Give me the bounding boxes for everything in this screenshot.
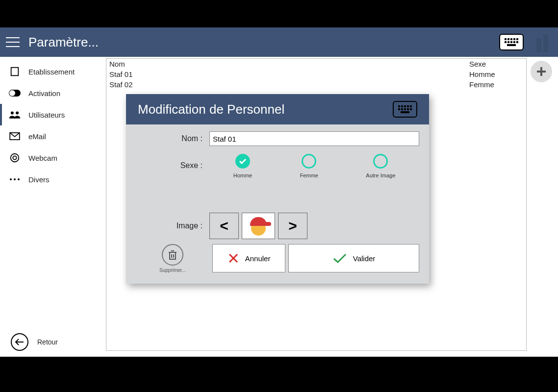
sexe-label: Sexe : <box>136 161 209 170</box>
sidebar-item-divers[interactable]: Divers <box>0 169 103 190</box>
sex-option-autre[interactable]: Autre Image <box>366 154 395 178</box>
table-header: Nom Sexe <box>106 59 526 69</box>
target-icon <box>9 152 21 164</box>
keyboard-icon[interactable] <box>393 101 417 118</box>
trash-icon <box>168 250 177 260</box>
back-label: Retour <box>37 338 58 346</box>
sidebar-item-label: Utilisateurs <box>28 111 65 119</box>
table-row[interactable]: Staf 02 Femme <box>106 79 526 90</box>
back-arrow-icon <box>11 333 28 351</box>
top-black-bar <box>0 0 558 27</box>
sidebar: Etablissement Activation Utilisateurs eM… <box>0 57 103 357</box>
add-button[interactable] <box>531 61 552 82</box>
image-label: Image : <box>136 221 209 230</box>
radio-unchecked-icon <box>302 154 316 169</box>
cancel-button[interactable]: Annuler <box>212 244 285 272</box>
avatar-preview <box>242 213 275 239</box>
app-header: Paramètre... <box>0 27 558 57</box>
users-icon <box>9 109 21 121</box>
radio-unchecked-icon <box>373 154 388 169</box>
sidebar-item-webcam[interactable]: Webcam <box>0 147 103 169</box>
svg-point-17 <box>18 178 20 180</box>
main-area: Nom Sexe Staf 01 Homme Staf 02 Femme Mod… <box>103 57 558 357</box>
cell-sexe: Femme <box>469 80 523 89</box>
edit-personnel-modal: Modification de Personnel Nom : Sexe : <box>126 94 429 284</box>
cell-nom: Staf 02 <box>109 80 469 89</box>
sidebar-item-label: Activation <box>28 89 60 98</box>
nom-row: Nom : <box>136 131 419 146</box>
svg-point-11 <box>16 112 19 115</box>
modal-header: Modification de Personnel <box>126 94 429 124</box>
svg-point-16 <box>14 178 16 180</box>
users-table: Nom Sexe Staf 01 Homme Staf 02 Femme <box>106 59 526 90</box>
sex-option-femme[interactable]: Femme <box>300 154 318 178</box>
svg-rect-0 <box>11 68 19 76</box>
prev-image-button[interactable]: < <box>209 213 239 239</box>
sidebar-item-email[interactable]: eMail <box>0 125 103 147</box>
svg-rect-19 <box>170 252 176 259</box>
keyboard-icon[interactable] <box>499 34 524 50</box>
next-image-button[interactable]: > <box>278 213 307 239</box>
validate-label: Valider <box>353 254 376 263</box>
nom-label: Nom : <box>136 134 209 143</box>
sex-option-label: Homme <box>233 172 253 178</box>
toggle-icon <box>9 87 21 99</box>
svg-point-13 <box>11 154 19 162</box>
sidebar-item-label: Divers <box>28 175 50 184</box>
sidebar-item-activation[interactable]: Activation <box>0 82 103 104</box>
validate-button[interactable]: Valider <box>288 244 419 272</box>
sidebar-item-etablissement[interactable]: Etablissement <box>0 61 103 82</box>
delete-label: Supprimer... <box>159 268 186 273</box>
x-icon <box>228 252 239 264</box>
col-header-sexe: Sexe <box>469 60 523 68</box>
cell-nom: Staf 01 <box>109 70 469 78</box>
mail-icon <box>9 130 21 142</box>
bottom-black-bar <box>0 357 558 392</box>
svg-point-14 <box>13 156 16 159</box>
sidebar-item-label: Etablissement <box>28 68 75 76</box>
svg-point-15 <box>10 178 12 180</box>
modal-title: Modification de Personnel <box>138 102 393 117</box>
sidebar-item-label: eMail <box>28 132 46 141</box>
delete-button[interactable] <box>162 244 183 266</box>
app-logo <box>533 32 552 52</box>
sexe-row: Sexe : Homme Femme <box>136 153 419 178</box>
avatar-icon <box>249 216 268 236</box>
cell-sexe: Homme <box>469 70 523 78</box>
back-button[interactable]: Retour <box>0 327 103 357</box>
plus-icon <box>535 66 547 77</box>
sidebar-item-label: Webcam <box>28 154 57 162</box>
check-icon <box>332 253 347 264</box>
sex-option-label: Femme <box>300 172 318 178</box>
radio-checked-icon <box>235 154 250 169</box>
sex-option-homme[interactable]: Homme <box>233 154 253 178</box>
sidebar-item-utilisateurs[interactable]: Utilisateurs <box>0 104 103 125</box>
table-row[interactable]: Staf 01 Homme <box>106 69 526 79</box>
svg-point-10 <box>11 112 14 115</box>
modal-actions: Supprimer... Annuler Valider <box>136 244 419 273</box>
menu-icon[interactable] <box>6 37 20 47</box>
nom-input[interactable] <box>209 131 419 146</box>
content-panel: Nom Sexe Staf 01 Homme Staf 02 Femme Mod… <box>106 58 527 351</box>
building-icon <box>9 66 21 77</box>
dots-icon <box>9 173 21 185</box>
col-header-nom: Nom <box>109 60 469 68</box>
sex-option-label: Autre Image <box>366 172 395 178</box>
cancel-label: Annuler <box>245 254 271 263</box>
page-title: Paramètre... <box>28 35 499 50</box>
image-row: Image : < > <box>136 213 419 239</box>
